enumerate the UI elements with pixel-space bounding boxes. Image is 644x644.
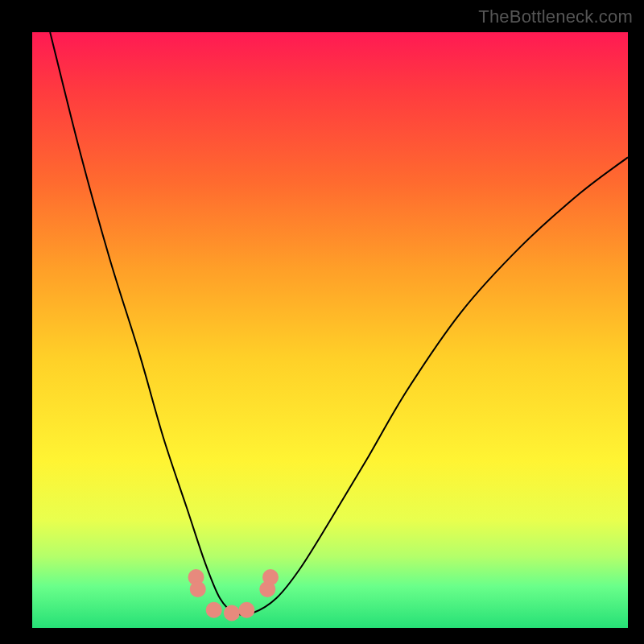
- watermark-text: TheBottleneck.com: [478, 6, 633, 27]
- marker-point: [262, 569, 279, 585]
- outer-frame: TheBottleneck.com: [0, 0, 644, 644]
- marker-point: [224, 605, 240, 621]
- marker-point: [206, 602, 222, 618]
- plot-area: [32, 32, 628, 628]
- bottleneck-curve: [50, 32, 628, 615]
- marker-point: [190, 581, 206, 597]
- marker-point: [238, 602, 254, 618]
- marker-group: [188, 569, 279, 621]
- chart-svg: [32, 32, 628, 628]
